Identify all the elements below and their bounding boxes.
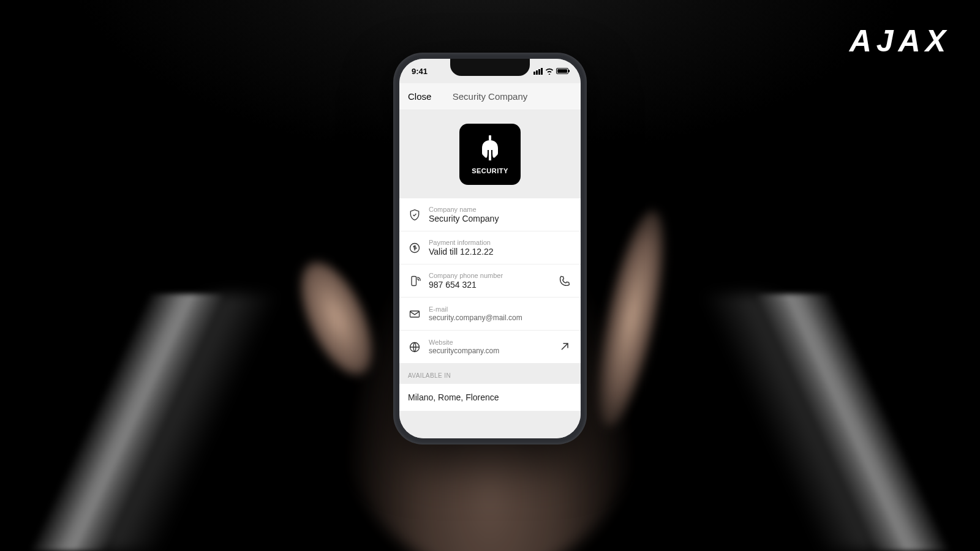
email-label: E-mail — [429, 305, 572, 313]
company-logo: SECURITY — [459, 124, 521, 185]
email-value: security.company@mail.com — [429, 313, 572, 322]
row-phone[interactable]: Company phone number 987 654 321 — [399, 264, 581, 298]
app-screen: 9:41 Close Security Company — [399, 59, 581, 438]
status-time: 9:41 — [412, 67, 428, 76]
available-cities: Milano, Rome, Florence — [399, 384, 581, 411]
payment-label: Payment information — [429, 239, 572, 246]
company-name-value: Security Company — [429, 214, 572, 223]
open-link-icon[interactable] — [559, 340, 572, 354]
phone-value: 987 654 321 — [429, 280, 551, 290]
svg-rect-0 — [489, 135, 491, 140]
company-name-label: Company name — [429, 206, 572, 213]
row-payment: Payment information Valid till 12.12.22 — [399, 231, 581, 264]
available-header: AVAILABLE IN — [399, 364, 581, 384]
dollar-circle-icon — [408, 241, 421, 255]
shield-icon — [408, 208, 421, 222]
svg-rect-5 — [410, 311, 420, 317]
globe-icon — [408, 340, 421, 354]
wifi-icon — [545, 68, 554, 75]
payment-value: Valid till 12.12.22 — [429, 247, 572, 257]
call-icon[interactable] — [559, 274, 572, 288]
phone-notch — [450, 59, 530, 76]
phone-device-icon — [408, 274, 421, 288]
screen-padding — [399, 411, 581, 438]
details-list: Company name Security Company Payment in… — [399, 198, 581, 364]
helmet-icon — [477, 134, 503, 165]
phone-bezel: 9:41 Close Security Company — [399, 59, 581, 438]
status-indicators — [533, 68, 568, 75]
company-logo-area: SECURITY — [399, 110, 581, 198]
svg-rect-2 — [492, 148, 496, 149]
battery-icon — [556, 68, 568, 74]
svg-rect-4 — [412, 276, 417, 285]
row-company-name: Company name Security Company — [399, 198, 581, 231]
row-website[interactable]: Website securitycompany.com — [399, 331, 581, 364]
website-value: securitycompany.com — [429, 347, 551, 355]
cellular-icon — [533, 68, 543, 75]
brand-logo: AJAX — [850, 23, 951, 59]
mail-icon — [408, 307, 421, 321]
company-logo-text: SECURITY — [472, 167, 508, 174]
website-label: Website — [429, 339, 551, 346]
nav-header: Close Security Company — [399, 83, 581, 110]
row-email[interactable]: E-mail security.company@mail.com — [399, 298, 581, 331]
phone-label: Company phone number — [429, 272, 551, 279]
svg-rect-1 — [484, 148, 488, 149]
close-button[interactable]: Close — [408, 91, 431, 102]
phone-frame: 9:41 Close Security Company — [393, 53, 587, 444]
